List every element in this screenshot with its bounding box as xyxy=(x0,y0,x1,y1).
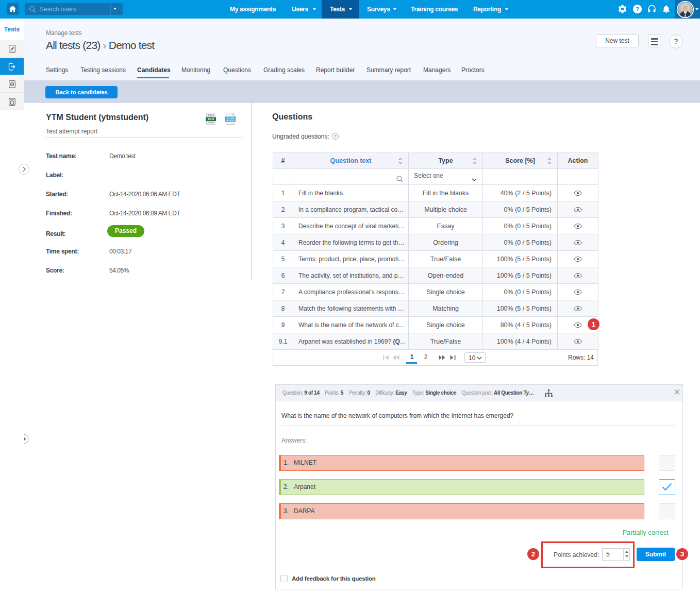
svg-text:XLS: XLS xyxy=(208,117,214,121)
svg-text:REPORT: REPORT xyxy=(226,119,236,122)
svg-text:?: ? xyxy=(636,6,639,13)
